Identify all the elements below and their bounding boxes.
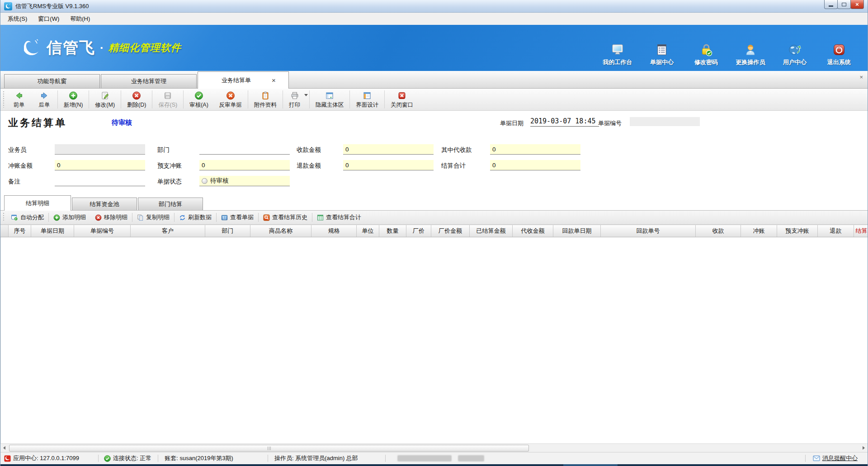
col-product[interactable]: 商品名称: [250, 225, 311, 237]
scrollbar-track[interactable]: [8, 444, 860, 452]
col-settle-amount[interactable]: 结算金额: [854, 225, 868, 237]
col-factory-price[interactable]: 厂价: [406, 225, 431, 237]
refresh-data-button[interactable]: 刷新数据: [175, 212, 216, 223]
receipt-field[interactable]: 0: [343, 144, 434, 155]
copy-detail-button[interactable]: 复制明细: [132, 212, 174, 223]
add-detail-button[interactable]: 添加明细: [49, 212, 90, 223]
switch-operator-button[interactable]: 更换操作员: [734, 43, 767, 66]
col-offset[interactable]: 冲账: [741, 225, 777, 237]
col-doc-date[interactable]: 单据日期: [31, 225, 74, 237]
col-advance-offset[interactable]: 预支冲账: [777, 225, 818, 237]
document-center-button[interactable]: 单据中心: [645, 43, 679, 66]
ui-design-icon: [363, 91, 372, 100]
col-department[interactable]: 部门: [205, 225, 250, 237]
scroll-left-button[interactable]: [0, 444, 8, 452]
tab-function-nav[interactable]: 功能导航窗: [4, 74, 100, 88]
department-label: 部门: [157, 146, 170, 154]
view-history-button[interactable]: 查看结算历史: [259, 212, 312, 223]
subtab-fund-pool[interactable]: 结算资金池: [72, 198, 137, 210]
prev-doc-button[interactable]: 前单: [6, 89, 32, 110]
col-refund[interactable]: 退款: [818, 225, 854, 237]
change-password-button[interactable]: 修改密码: [689, 43, 723, 66]
scrollbar-thumb[interactable]: [9, 445, 529, 452]
auto-assign-button[interactable]: 自动分配: [6, 212, 48, 223]
delete-x-icon: [132, 91, 141, 100]
exit-system-button[interactable]: 退出系统: [822, 43, 856, 66]
tab-function-nav-label: 功能导航窗: [38, 77, 67, 85]
col-spec[interactable]: 规格: [311, 225, 357, 237]
grid-body[interactable]: [0, 237, 868, 443]
minimize-button[interactable]: [824, 0, 838, 9]
col-qty[interactable]: 数量: [379, 225, 406, 237]
col-doc-no[interactable]: 单据编号: [74, 225, 131, 237]
collection-label: 其中代收款: [441, 146, 472, 154]
menu-window[interactable]: 窗口(W): [33, 13, 65, 25]
message-center-link[interactable]: 消息提醒中心: [813, 454, 858, 462]
tabstrip-close-button[interactable]: ×: [859, 74, 863, 80]
view-doc-button[interactable]: 查看单据: [217, 212, 258, 223]
subtab-department-settle[interactable]: 部门结算: [138, 198, 203, 210]
menu-system[interactable]: 系统(S): [2, 13, 33, 25]
col-factory-amount[interactable]: 厂价金额: [431, 225, 470, 237]
delete-button[interactable]: 删除(D): [122, 89, 151, 110]
scroll-right-icon: [863, 446, 865, 450]
advance-offset-value: 0: [202, 162, 205, 169]
menu-help[interactable]: 帮助(H): [65, 13, 95, 25]
brand-dot: ·: [100, 41, 104, 55]
col-payback-no[interactable]: 回款单号: [601, 225, 696, 237]
advance-offset-field[interactable]: 0: [199, 160, 290, 170]
doc-date-field[interactable]: 2019-03-07 18:45: [530, 117, 599, 127]
attachment-button[interactable]: 附件资料: [249, 89, 282, 110]
remove-detail-button[interactable]: 移除明细: [90, 212, 132, 223]
hide-main-area-button[interactable]: 隐藏主体区: [310, 89, 349, 110]
workbench-button[interactable]: 我的工作台: [601, 43, 634, 66]
ui-design-button[interactable]: 界面设计: [350, 89, 384, 110]
close-window-button[interactable]: 关闭窗口: [385, 89, 419, 110]
subtab-settlement-detail[interactable]: 结算明细: [4, 195, 71, 211]
close-button[interactable]: ×: [850, 0, 864, 9]
view-doc-label: 查看单据: [230, 213, 254, 221]
department-field[interactable]: [199, 144, 290, 155]
collection-field[interactable]: 0: [490, 144, 580, 155]
next-doc-button[interactable]: 后单: [32, 89, 57, 110]
audit-button[interactable]: 审核(A): [184, 89, 214, 110]
total-field[interactable]: 0: [490, 160, 580, 170]
tab-settlement-manage[interactable]: 业务结算管理: [101, 74, 197, 88]
col-agency-amount[interactable]: 代收金额: [513, 225, 553, 237]
maximize-button[interactable]: [837, 0, 851, 9]
col-seq[interactable]: 序号: [9, 225, 31, 237]
user-center-button[interactable]: 用户中心: [778, 43, 811, 66]
salesman-field[interactable]: [55, 144, 145, 155]
print-dropdown-arrow-icon[interactable]: [304, 94, 308, 96]
scroll-right-button[interactable]: [860, 444, 868, 452]
unaudit-button[interactable]: 反审单据: [214, 89, 247, 110]
doc-status-field[interactable]: 待审核: [199, 176, 290, 186]
hide-main-area-label: 隐藏主体区: [316, 101, 344, 109]
receipt-value: 0: [345, 146, 349, 153]
col-customer[interactable]: 客户: [131, 225, 205, 237]
view-total-button[interactable]: 查看结算合计: [312, 212, 366, 223]
col-settled-amount[interactable]: 已结算金额: [470, 225, 513, 237]
workbench-label: 我的工作台: [603, 58, 632, 66]
remark-field[interactable]: [55, 176, 145, 186]
tab-close-icon[interactable]: ×: [272, 77, 276, 84]
add-button[interactable]: 新增(N): [58, 89, 88, 110]
horizontal-scrollbar[interactable]: [0, 443, 868, 452]
col-unit[interactable]: 单位: [357, 225, 379, 237]
switch-operator-person-icon: [744, 43, 757, 56]
tab-settlement-doc[interactable]: 业务结算单 ×: [198, 71, 289, 89]
print-button[interactable]: 打印: [283, 89, 309, 110]
operator-status: 操作员: 系统管理员(admin) 总部: [274, 454, 358, 462]
window-controls: ×: [825, 0, 864, 9]
add-label: 新增(N): [64, 101, 83, 109]
status-separator: [158, 455, 158, 462]
col-payback-date[interactable]: 回款单日期: [553, 225, 601, 237]
save-button[interactable]: 保存(S): [153, 89, 183, 110]
detail-toolbar: 自动分配 添加明细 移除明细 复制明细 刷新数据 查看单据 查看结算历史: [0, 210, 868, 225]
offset-field[interactable]: 0: [55, 160, 145, 170]
edit-button[interactable]: 修改(M): [90, 89, 120, 110]
refund-field[interactable]: 0: [343, 160, 434, 170]
redacted-text: [397, 455, 452, 461]
doc-no-field[interactable]: [630, 117, 700, 126]
col-receipt[interactable]: 收款: [696, 225, 741, 237]
